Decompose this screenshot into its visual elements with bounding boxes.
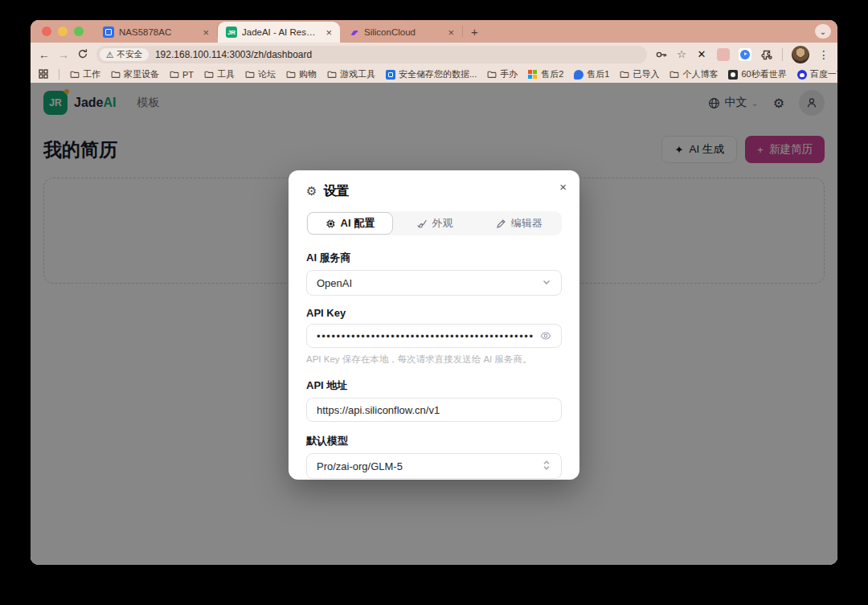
model-label: 默认模型 <box>306 434 562 448</box>
model-value: Pro/zai-org/GLM-5 <box>317 460 403 472</box>
ms-squares-icon <box>528 70 538 80</box>
close-window-button[interactable] <box>42 27 51 36</box>
paintbrush-icon <box>417 219 428 229</box>
api-key-note: API Key 保存在本地，每次请求直接发送给 AI 服务商。 <box>306 354 562 366</box>
siliconcloud-favicon-icon <box>348 27 359 38</box>
blue-app-icon <box>386 70 395 80</box>
extensions-puzzle-icon[interactable] <box>760 48 773 61</box>
security-label: 不安全 <box>117 49 142 60</box>
api-url-label: API 地址 <box>306 378 562 393</box>
browser-menu-icon[interactable]: ⋮ <box>818 48 829 61</box>
tab-ai-config[interactable]: AI 配置 <box>307 212 393 235</box>
bookmark-folder[interactable]: 工具 <box>204 68 235 80</box>
provider-select[interactable]: OpenAI <box>306 270 562 296</box>
bookmark-folder[interactable]: 购物 <box>286 68 317 80</box>
minimize-window-button[interactable] <box>58 27 68 36</box>
tab-editor[interactable]: 编辑器 <box>477 212 561 235</box>
address-bar[interactable]: ⚠ 不安全 192.168.100.114:3003/zh/dashboard <box>96 46 647 63</box>
extension-blue-icon[interactable] <box>739 48 751 61</box>
bookmark-aftersale1[interactable]: 售后1 <box>574 68 609 80</box>
tab-siliconcloud[interactable]: SiliconCloud × <box>340 22 462 43</box>
tab-title: SiliconCloud <box>364 27 441 37</box>
bookmark-folder[interactable]: 家里设备 <box>111 68 159 80</box>
url-text: 192.168.100.114:3003/zh/dashboard <box>155 49 312 60</box>
bookmark-folder[interactable]: PT <box>170 70 194 80</box>
password-key-icon[interactable] <box>655 48 668 61</box>
extension-x-icon[interactable]: ✕ <box>695 48 708 61</box>
back-button[interactable]: ← <box>39 49 50 60</box>
tab-title: NAS5878AC <box>119 27 196 37</box>
api-key-field-group: API Key API Key 保存在本地，每次请求直接发送给 AI 服务商。 <box>306 307 562 366</box>
bookmark-60s-world[interactable]: 60秒看世界 <box>728 68 786 80</box>
bookmarks-separator <box>59 69 59 80</box>
api-key-input[interactable] <box>317 330 534 342</box>
warning-icon: ⚠ <box>106 50 113 59</box>
bookmark-secure-storage[interactable]: 安全储存您的数据... <box>386 68 477 80</box>
tab-appearance[interactable]: 外观 <box>393 212 477 235</box>
close-tab-icon[interactable]: × <box>446 27 456 39</box>
profile-avatar[interactable] <box>792 46 809 63</box>
dark-app-icon <box>728 70 738 80</box>
blue-drop-icon <box>574 70 583 80</box>
tab-strip: NAS5878AC × JR JadeAI - AI Resume Builde… <box>31 20 837 43</box>
forward-button[interactable]: → <box>58 49 69 60</box>
settings-tabs: AI 配置 外观 编辑器 <box>306 211 562 235</box>
zoom-window-button[interactable] <box>74 27 84 36</box>
apps-grid-icon[interactable] <box>39 69 48 80</box>
api-url-input[interactable] <box>317 404 551 416</box>
nas-favicon-icon <box>103 27 114 38</box>
dialog-title: 设置 <box>323 183 349 200</box>
tab-nas[interactable]: NAS5878AC × <box>95 22 217 43</box>
close-icon[interactable]: × <box>559 180 567 194</box>
toolbar-icons: ☆ ✕ ⋮ <box>655 46 829 63</box>
api-url-field-group: API 地址 <box>306 378 562 422</box>
jadeai-favicon-icon: JR <box>226 27 237 38</box>
api-key-label: API Key <box>306 307 562 319</box>
chevron-up-down-icon <box>542 460 551 473</box>
browser-window: NAS5878AC × JR JadeAI - AI Resume Builde… <box>31 20 837 565</box>
provider-label: AI 服务商 <box>306 251 562 265</box>
close-tab-icon[interactable]: × <box>201 27 211 39</box>
reload-button[interactable] <box>77 48 88 61</box>
pen-icon <box>496 219 506 229</box>
baidu-paw-icon <box>797 70 807 80</box>
bookmark-folder[interactable]: 论坛 <box>245 68 276 80</box>
tab-jadeai-active[interactable]: JR JadeAI - AI Resume Builder × <box>218 22 340 43</box>
api-url-control <box>306 398 562 422</box>
bookmark-baidu[interactable]: 百度一下，你就知道 <box>797 68 837 80</box>
bookmark-folder[interactable]: 个人博客 <box>669 68 718 80</box>
provider-field-group: AI 服务商 OpenAI <box>306 251 562 296</box>
bookmark-folder[interactable]: 游戏工具 <box>327 68 375 80</box>
dialog-header: ⚙ 设置 <box>306 182 562 201</box>
tab-search-button[interactable]: ⌄ <box>815 24 831 39</box>
window-controls <box>31 20 95 43</box>
provider-value: OpenAI <box>317 277 352 289</box>
tab-title: JadeAI - AI Resume Builder <box>242 27 319 37</box>
bookmark-aftersale2[interactable]: 售后2 <box>528 68 563 80</box>
bookmark-folder[interactable]: 手办 <box>487 68 518 80</box>
extension-pink-icon[interactable] <box>717 48 730 61</box>
new-tab-button[interactable]: + <box>463 25 486 39</box>
bookmark-star-icon[interactable]: ☆ <box>677 48 686 60</box>
bookmark-folder[interactable]: 工作 <box>70 68 100 80</box>
toolbar-separator <box>782 48 783 61</box>
model-field-group: 默认模型 Pro/zai-org/GLM-5 <box>306 434 562 479</box>
browser-toolbar: ← → ⚠ 不安全 192.168.100.114:3003/zh/dashbo… <box>31 43 837 66</box>
chip-icon <box>326 219 336 229</box>
gear-icon: ⚙ <box>306 184 317 198</box>
close-tab-icon[interactable]: × <box>324 27 334 39</box>
api-key-control <box>306 324 562 348</box>
security-badge[interactable]: ⚠ 不安全 <box>100 48 149 61</box>
settings-dialog: × ⚙ 设置 AI 配置 外观 编辑器 AI 服务商 OpenAI <box>289 170 579 480</box>
eye-icon[interactable] <box>540 330 551 341</box>
bookmark-folder[interactable]: 已导入 <box>620 68 659 80</box>
model-combobox[interactable]: Pro/zai-org/GLM-5 <box>306 453 562 479</box>
chevron-down-icon <box>542 277 551 289</box>
bookmarks-bar: 工作 家里设备 PT 工具 论坛 购物 游戏工具 安全储存您的数据... <box>31 66 837 83</box>
